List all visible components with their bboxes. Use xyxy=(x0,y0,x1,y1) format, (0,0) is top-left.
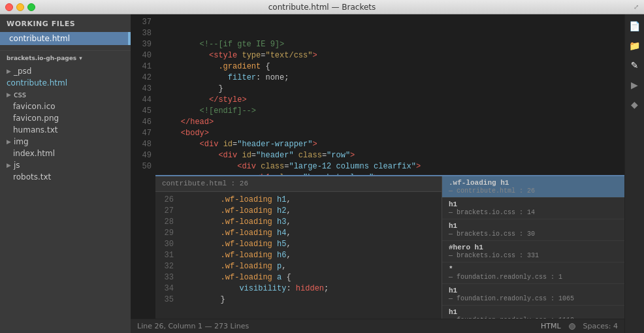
arrow-icon: ▶ xyxy=(7,162,11,168)
ln-42: 42 xyxy=(137,72,152,84)
minimize-button[interactable] xyxy=(16,3,24,11)
folder-label: _psd xyxy=(14,67,32,76)
editor-area: 37 38 39 40 41 42 43 44 45 46 47 48 49 5… xyxy=(131,14,624,333)
ln-47: 47 xyxy=(137,128,152,139)
code-editor[interactable]: 37 38 39 40 41 42 43 44 45 46 47 48 49 5… xyxy=(131,14,624,319)
statusbar-position: Line 26, Column 1 — 273 Lines xyxy=(137,322,541,330)
inline-results-panel[interactable]: .wf-loading h1 — contribute.html : 26 h1… xyxy=(442,176,624,319)
arrow-icon: ▶ xyxy=(7,138,11,145)
iln-35: 35 xyxy=(162,294,174,306)
ln-46: 46 xyxy=(137,117,152,128)
project-icon[interactable]: 📁 xyxy=(626,37,644,55)
result-file: — brackets.io.css : 14 xyxy=(449,209,618,216)
tree-item-img[interactable]: ▶ img xyxy=(0,136,131,148)
result-item-1[interactable]: h1 — brackets.io.css : 14 xyxy=(442,198,624,219)
working-files-header: Working Files xyxy=(0,14,131,32)
result-item-0[interactable]: .wf-loading h1 — contribute.html : 26 xyxy=(442,176,624,198)
inline-breadcrumb: contribute.html : 26 xyxy=(155,176,442,192)
result-file: — foundation.readonly.css : 1065 xyxy=(449,295,618,302)
inline-editor: contribute.html : 26 26 27 28 29 30 31 3… xyxy=(155,175,624,319)
ln-41: 41 xyxy=(137,61,152,72)
result-file: — foundation.readonly.css : 1 xyxy=(449,274,618,281)
arrow-icon: ▶ xyxy=(7,68,11,74)
live-preview-icon[interactable]: ▶ xyxy=(626,76,644,94)
maximize-button[interactable] xyxy=(27,3,35,11)
iln-28: 28 xyxy=(162,217,174,228)
tree-item-favicon-png[interactable]: favicon.png xyxy=(0,112,131,124)
result-file: — foundation.readonly.css : 1112 xyxy=(449,317,618,319)
project-tree-header[interactable]: brackets.io-gh-pages ▾ xyxy=(0,50,131,65)
ln-40: 40 xyxy=(137,50,152,61)
result-item-5[interactable]: h1 — foundation.readonly.css : 1065 xyxy=(442,284,624,306)
tree-item-humans[interactable]: humans.txt xyxy=(0,124,131,136)
working-file-contribute[interactable]: contribute.html xyxy=(0,32,131,45)
inline-line-numbers: 26 27 28 29 30 31 32 33 34 35 xyxy=(155,192,178,319)
ln-44: 44 xyxy=(137,95,152,106)
result-selector: h1 xyxy=(449,308,618,316)
result-selector: h1 xyxy=(449,287,618,294)
result-item-6[interactable]: h1 — foundation.readonly.css : 1112 xyxy=(442,306,624,319)
tree-item-favicon-ico[interactable]: favicon.ico xyxy=(0,101,131,112)
iln-34: 34 xyxy=(162,283,174,294)
encoding-dot[interactable] xyxy=(569,323,575,330)
inline-edit-icon[interactable]: ✎ xyxy=(626,56,644,74)
iln-31: 31 xyxy=(162,250,174,261)
ln-45: 45 xyxy=(137,106,152,117)
iln-32: 32 xyxy=(162,261,174,272)
statusbar: Line 26, Column 1 — 273 Lines HTML Space… xyxy=(131,319,624,333)
result-selector: #hero h1 xyxy=(449,244,618,251)
main-layout: Working Files contribute.html brackets.i… xyxy=(0,14,644,333)
close-button[interactable] xyxy=(5,3,13,11)
iln-30: 30 xyxy=(162,239,174,250)
iln-26: 26 xyxy=(162,195,174,206)
chevron-down-icon: ▾ xyxy=(79,55,82,61)
iln-33: 33 xyxy=(162,272,174,283)
ln-37: 37 xyxy=(137,17,152,28)
spaces-label[interactable]: Spaces: 4 xyxy=(583,322,618,330)
result-selector: * xyxy=(449,265,618,273)
ln-48: 48 xyxy=(137,139,152,150)
iln-27: 27 xyxy=(162,206,174,217)
result-item-3[interactable]: #hero h1 — brackets.io.css : 331 xyxy=(442,241,624,262)
tree-item-contribute[interactable]: contribute.html xyxy=(0,77,131,89)
ln-49: 49 xyxy=(137,150,152,161)
ln-38: 38 xyxy=(137,28,152,39)
result-item-2[interactable]: h1 — brackets.io.css : 30 xyxy=(442,219,624,241)
statusbar-right: HTML Spaces: 4 xyxy=(541,322,618,330)
folder-label: js xyxy=(14,161,20,170)
project-name: brackets.io-gh-pages xyxy=(7,55,76,61)
tree-item-index[interactable]: index.html xyxy=(0,148,131,159)
arrow-icon: ▶ xyxy=(7,91,11,98)
file-tree: ▶ _psd contribute.html ▶ css favicon.ico… xyxy=(0,65,131,183)
inline-editor-left: contribute.html : 26 26 27 28 29 30 31 3… xyxy=(155,176,442,319)
ln-39: 39 xyxy=(137,39,152,50)
folder-label: css xyxy=(14,90,26,99)
ln-50: 50 xyxy=(137,161,152,172)
separator: — xyxy=(205,322,215,330)
expand-icon[interactable]: ⤢ xyxy=(634,3,639,10)
result-selector: .wf-loading h1 xyxy=(449,179,618,187)
inline-code-content[interactable]: .wf-loading h1, .wf-loading h2, .wf-load… xyxy=(178,192,442,319)
tree-item-psd[interactable]: ▶ _psd xyxy=(0,65,131,77)
tree-item-robots[interactable]: robots.txt xyxy=(0,171,131,183)
line-count: 273 Lines xyxy=(214,322,249,330)
result-file: — brackets.io.css : 331 xyxy=(449,252,618,259)
ln-43: 43 xyxy=(137,84,152,95)
files-icon[interactable]: 📄 xyxy=(626,17,644,35)
cursor-position: Line 26, Column 1 xyxy=(137,322,202,330)
result-file: — brackets.io.css : 30 xyxy=(449,230,618,238)
window-title: contribute.html — Brackets xyxy=(268,3,376,12)
result-file: — contribute.html : 26 xyxy=(449,187,618,195)
line-numbers: 37 38 39 40 41 42 43 44 45 46 47 48 49 5… xyxy=(131,14,155,319)
language-badge[interactable]: HTML xyxy=(541,322,561,330)
titlebar: contribute.html — Brackets ⤢ xyxy=(0,0,644,14)
inline-code[interactable]: 26 27 28 29 30 31 32 33 34 35 .wf-loadin… xyxy=(155,192,442,319)
result-item-4[interactable]: * — foundation.readonly.css : 1 xyxy=(442,262,624,284)
result-selector: h1 xyxy=(449,200,618,208)
tree-item-js[interactable]: ▶ js xyxy=(0,159,131,171)
tree-item-css[interactable]: ▶ css xyxy=(0,89,131,101)
window-controls[interactable] xyxy=(5,3,35,11)
git-icon[interactable]: ◆ xyxy=(626,95,644,114)
result-selector: h1 xyxy=(449,222,618,230)
folder-label: img xyxy=(14,137,29,146)
